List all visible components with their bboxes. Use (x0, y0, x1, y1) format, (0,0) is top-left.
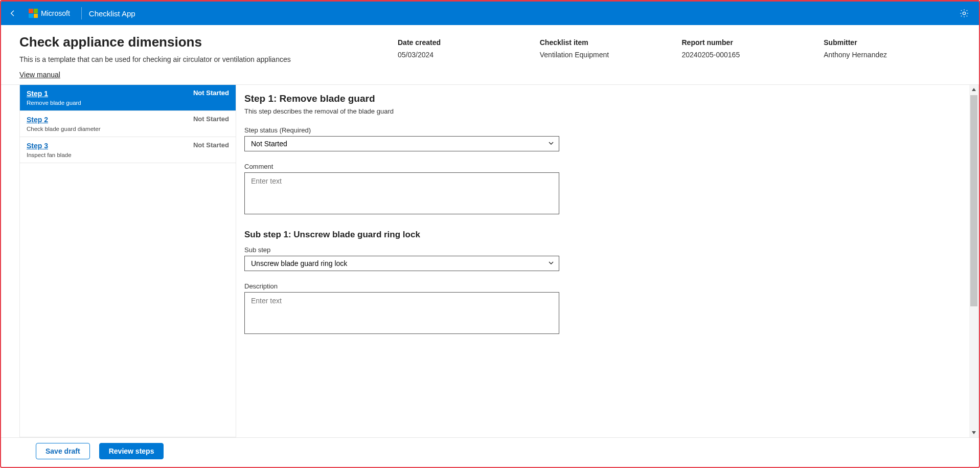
step-status-select[interactable]: Not Started (244, 136, 559, 151)
svg-point-0 (963, 12, 965, 14)
step-item-subtitle: Check blade guard diameter (27, 126, 229, 132)
gear-icon (959, 8, 969, 18)
meta-submitter-value: Anthony Hernandez (824, 51, 961, 59)
description-label: Description (244, 282, 918, 290)
brand-block: Microsoft (25, 9, 74, 18)
step-item-label: Step 1 (27, 90, 48, 98)
svg-marker-2 (972, 431, 976, 434)
comment-input[interactable] (244, 172, 559, 214)
substep-select-wrap: Unscrew blade guard ring lock (244, 256, 559, 271)
microsoft-logo-icon (29, 9, 38, 18)
comment-label: Comment (244, 163, 918, 170)
meta-submitter-label: Submitter (824, 38, 961, 47)
step-item-subtitle: Remove blade guard (27, 100, 229, 106)
app-header: Microsoft Checklist App (1, 2, 979, 25)
description-input[interactable] (244, 292, 559, 334)
steps-list: Step 1 Remove blade guard Not Started St… (19, 85, 236, 437)
step-item-1[interactable]: Step 1 Remove blade guard Not Started (20, 85, 236, 111)
view-manual-link[interactable]: View manual (19, 71, 60, 79)
meta-date-created-label: Date created (398, 38, 535, 47)
svg-marker-1 (972, 88, 976, 91)
detail-description: This step describes the removal of the b… (244, 107, 918, 115)
header-divider (81, 7, 82, 19)
footer: Save draft Review steps (1, 437, 979, 467)
substep-label: Sub step (244, 246, 918, 254)
page-description: This is a template that can be used for … (19, 55, 398, 63)
scrollbar[interactable] (969, 85, 978, 437)
meta-grid: Date created 05/03/2024 Checklist item V… (398, 38, 961, 59)
substep-select[interactable]: Unscrew blade guard ring lock (244, 256, 559, 271)
step-item-subtitle: Inspect fan blade (27, 152, 229, 158)
scroll-down-icon[interactable] (969, 428, 978, 437)
detail-pane: Step 1: Remove blade guard This step des… (236, 85, 979, 437)
page-header: Check appliance dimensions This is a tem… (1, 25, 979, 85)
chevron-left-icon (9, 9, 17, 17)
scroll-up-icon[interactable] (969, 85, 978, 94)
step-item-status: Not Started (193, 115, 229, 123)
detail-scroll[interactable]: Step 1: Remove blade guard This step des… (236, 85, 969, 437)
meta-report-number-label: Report number (682, 38, 819, 47)
settings-button[interactable] (952, 2, 976, 25)
detail-title: Step 1: Remove blade guard (244, 93, 918, 104)
meta-report-number-value: 20240205-000165 (682, 51, 819, 59)
scrollbar-thumb[interactable] (970, 95, 977, 306)
meta-date-created-value: 05/03/2024 (398, 51, 535, 59)
step-status-label: Step status (Required) (244, 126, 918, 134)
back-button[interactable] (1, 2, 25, 25)
step-item-3[interactable]: Step 3 Inspect fan blade Not Started (20, 137, 236, 163)
step-item-label: Step 2 (27, 116, 48, 124)
page-title: Check appliance dimensions (19, 34, 398, 50)
brand-text: Microsoft (41, 9, 70, 17)
review-steps-button[interactable]: Review steps (99, 443, 164, 459)
step-item-2[interactable]: Step 2 Check blade guard diameter Not St… (20, 111, 236, 137)
step-item-label: Step 3 (27, 142, 48, 150)
meta-checklist-item-value: Ventilation Equipment (540, 51, 677, 59)
meta-checklist-item-label: Checklist item (540, 38, 677, 47)
main-content: Step 1 Remove blade guard Not Started St… (1, 85, 979, 437)
step-item-status: Not Started (193, 89, 229, 97)
step-status-select-wrap: Not Started (244, 136, 559, 151)
step-item-status: Not Started (193, 141, 229, 149)
save-draft-button[interactable]: Save draft (36, 443, 90, 459)
app-name: Checklist App (89, 9, 135, 18)
substep-title: Sub step 1: Unscrew blade guard ring loc… (244, 230, 918, 240)
